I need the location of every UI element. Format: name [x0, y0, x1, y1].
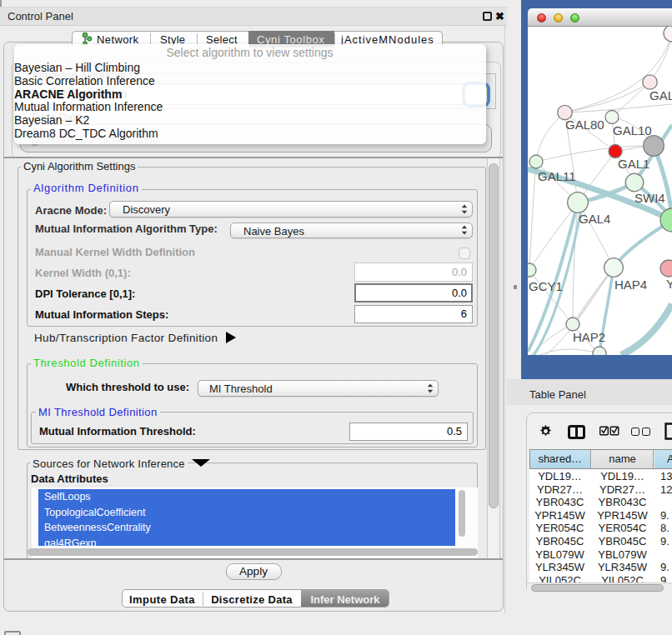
svg-text:GAL4: GAL4 — [579, 212, 610, 226]
svg-text:GAL80: GAL80 — [565, 118, 604, 132]
svg-text:GAL10: GAL10 — [613, 123, 652, 138]
svg-text:HAP4: HAP4 — [614, 278, 647, 292]
svg-text:GCY1: GCY1 — [529, 279, 563, 293]
svg-text:GAL7: GAL7 — [649, 88, 672, 102]
svg-text:HAP2: HAP2 — [573, 330, 605, 344]
svg-text:GAL11: GAL11 — [538, 169, 576, 183]
svg-text:SWI4: SWI4 — [634, 191, 665, 205]
svg-text:YER: YER — [666, 277, 672, 291]
svg-text:GAL1: GAL1 — [618, 157, 649, 171]
